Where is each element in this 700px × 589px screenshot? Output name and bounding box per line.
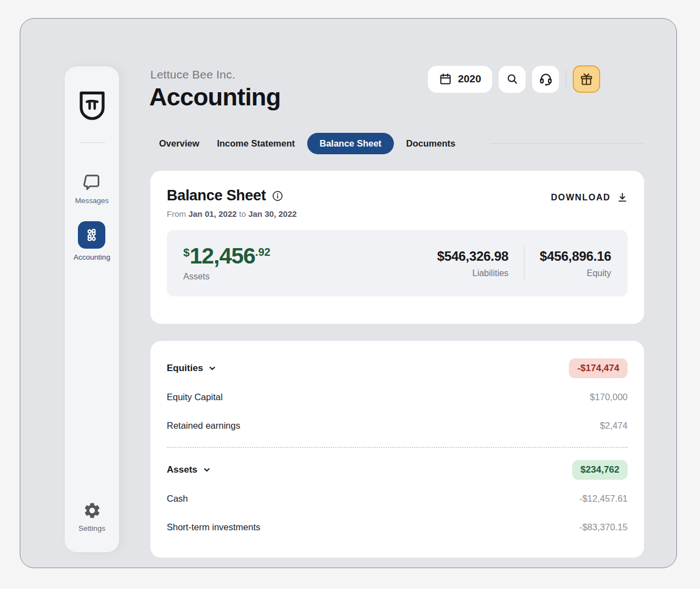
tab-income-statement[interactable]: Income Statement [208,138,303,149]
search-button[interactable] [499,66,526,93]
chat-bubble-icon [82,173,102,192]
sidebar-item-settings[interactable]: Settings [78,501,105,532]
row-label: Retained earnings [167,420,240,431]
summary-band: $ 12,456 .92 Assets $546,326.98 Liabilit… [167,230,628,296]
tab-documents[interactable]: Documents [397,138,464,149]
rewards-button[interactable] [573,65,600,93]
page-title: Accounting [149,83,280,111]
section-header-assets: Assets $234,762 [167,456,628,484]
pi-shield-logo-icon [77,89,108,124]
sidebar-item-label: Accounting [74,253,110,261]
date-prefix: From [167,209,186,218]
equities-toggle[interactable]: Equities [167,363,216,374]
abacus-icon [78,221,105,249]
tab-balance-sheet[interactable]: Balance Sheet [307,133,394,154]
year-value: 2020 [458,73,481,85]
section-header-equities: Equities -$174,474 [167,354,628,383]
section-name: Equities [167,363,203,374]
assets-label: Assets [183,272,270,282]
details-card: Equities -$174,474 Equity Capital $170,0… [150,341,644,558]
assets-currency: $ [183,246,190,259]
sidebar-item-label: Messages [75,197,109,205]
equity-summary: $456,896.16 Equity [540,249,611,278]
section-name: Assets [167,464,197,475]
app-window: Messages Accounting [20,18,677,568]
table-row: Short-term investments -$83,370.15 [167,513,628,541]
assets-toggle[interactable]: Assets [167,464,211,475]
row-label: Short-term investments [167,522,261,532]
sidebar-item-messages[interactable]: Messages [75,173,109,205]
sidebar: Messages Accounting [65,66,119,552]
date-to: Jan 30, 2022 [248,209,296,218]
balance-sheet-card: Balance Sheet From Jan 01, 2022 to [150,171,644,324]
assets-whole: 12,456 [190,245,255,267]
row-label: Cash [167,493,188,504]
card-title: Balance Sheet [167,187,266,204]
search-icon [506,72,519,86]
liabilities-label: Liabilities [437,268,509,278]
tabs-rule [490,143,644,144]
date-from: Jan 01, 2022 [188,209,236,218]
assets-cents: .92 [255,246,270,259]
row-label: Equity Capital [167,392,223,402]
company-name: Lettuce Bee Inc. [150,68,235,81]
gift-icon [579,72,594,86]
table-row: Retained earnings $2,474 [167,411,628,440]
row-value: $170,000 [590,392,628,402]
calendar-icon [439,72,452,86]
year-selector-button[interactable]: 2020 [428,66,492,93]
liabilities-total: $546,326.98 [437,249,509,264]
liabilities-summary: $546,326.98 Liabilities [437,249,509,278]
date-range: From Jan 01, 2022 to Jan 30, 2022 [167,209,297,218]
download-button[interactable]: DOWNLOAD [551,192,628,203]
date-conjunction: to [239,209,246,218]
table-row: Equity Capital $170,000 [167,383,628,411]
sidebar-item-label: Settings [78,524,105,532]
support-button[interactable] [532,66,559,93]
assets-total-badge: $234,762 [572,460,628,480]
download-label: DOWNLOAD [551,193,611,203]
row-value: -$83,370.15 [579,522,628,532]
table-row: Cash -$12,457.61 [167,484,628,513]
assets-total: $ 12,456 .92 [183,245,270,267]
sidebar-item-accounting[interactable]: Accounting [74,221,110,261]
topbar-separator [566,70,566,88]
download-icon [617,192,628,203]
assets-summary: $ 12,456 .92 Assets [183,245,270,282]
chevron-down-icon [203,466,211,474]
gear-icon [83,501,101,520]
section-divider [167,447,628,448]
sidebar-divider [79,142,105,143]
summary-separator [524,246,524,281]
equity-label: Equity [540,268,611,278]
row-value: $2,474 [600,420,628,431]
equities-total-badge: -$174,474 [569,358,628,378]
tab-bar: Overview Income Statement Balance Sheet … [150,133,644,154]
equity-total: $456,896.16 [540,249,611,264]
topbar: 2020 [428,65,600,93]
tab-overview[interactable]: Overview [150,138,208,149]
screen: Messages Accounting [0,0,700,589]
row-value: -$12,457.61 [579,493,628,504]
info-icon[interactable] [272,190,283,201]
headset-icon [539,72,553,86]
chevron-down-icon [208,364,216,372]
